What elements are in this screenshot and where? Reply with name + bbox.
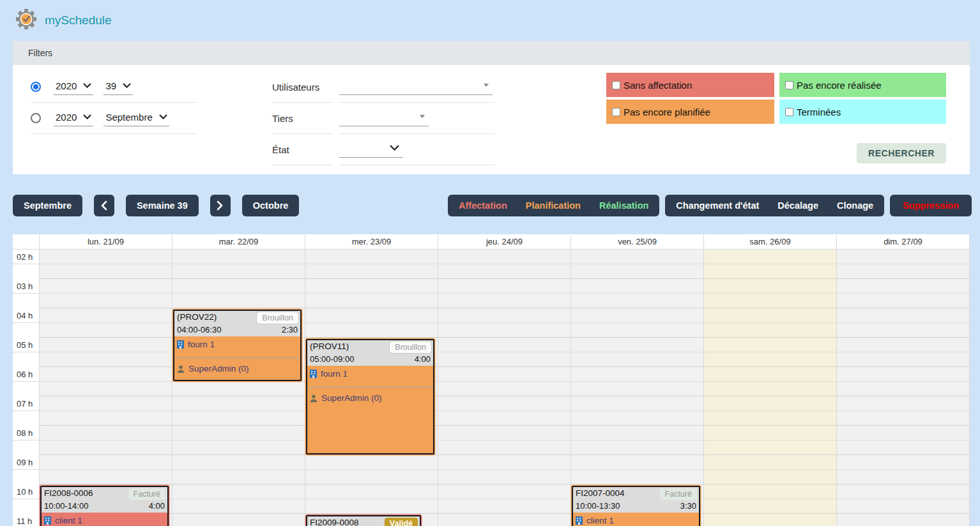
prev-week-button[interactable]	[94, 195, 114, 216]
event-duration: 4:00	[415, 354, 431, 364]
day-column-thu[interactable]	[438, 250, 571, 526]
action-group-operations: Changement d'état Décalage Clonage	[665, 195, 884, 216]
calendar-event[interactable]: (PROV11)Brouillon05:00-09:004:00fourn 1S…	[306, 339, 434, 455]
chevron-down-icon	[83, 114, 91, 119]
month-mode-radio[interactable]	[31, 113, 41, 123]
event-status-badge: Brouillon	[390, 342, 431, 353]
event-header: FI2008-0006Facturé	[42, 487, 167, 500]
day-column-tue[interactable]	[172, 250, 305, 526]
action-affectation[interactable]: Affectation	[459, 200, 507, 211]
event-tier: fourn 1	[177, 338, 298, 351]
search-row: RECHERCHER	[606, 143, 946, 163]
time-column: 02 h 03 h 04 h 05 h 06 h 07 h 08 h 09 h …	[13, 250, 40, 526]
hour-row: 06 h	[13, 367, 39, 396]
event-header: (PROV11)Brouillon	[307, 340, 433, 354]
state-select[interactable]	[339, 141, 403, 158]
state-filter-zone	[339, 134, 494, 165]
calendar-event[interactable]: FI2009-0008Validé	[306, 515, 421, 526]
next-week-button[interactable]	[210, 195, 231, 216]
dropdown-arrow-icon	[420, 115, 425, 118]
checkbox[interactable]	[785, 108, 793, 116]
state-filter-row: État	[272, 134, 494, 165]
prev-month-button[interactable]: Septembre	[13, 195, 82, 216]
building-icon	[44, 516, 51, 525]
week-select[interactable]: 39	[103, 79, 133, 95]
hour-row: 05 h	[13, 338, 39, 367]
event-status-badge: Brouillon	[257, 312, 298, 324]
status-filter-label: Sans affectation	[624, 80, 692, 91]
action-decalage[interactable]: Décalage	[777, 200, 818, 211]
action-changement-etat[interactable]: Changement d'état	[676, 200, 759, 211]
status-filter-terminees[interactable]: Terminées	[779, 100, 946, 124]
week-mode-radio[interactable]	[31, 82, 41, 92]
search-button[interactable]: RECHERCHER	[857, 143, 946, 163]
action-planification[interactable]: Planification	[526, 200, 581, 211]
checkbox[interactable]	[612, 81, 620, 89]
event-body: fourn 1SuperAdmin (0)	[174, 336, 300, 380]
users-select[interactable]	[339, 79, 493, 95]
day-header-mon: lun. 21/09	[40, 234, 172, 250]
year-select[interactable]: 2020	[54, 79, 93, 95]
event-time-row: 05:00-09:004:00	[307, 354, 433, 366]
calendar-event[interactable]: FI2008-0006Facturé10:00-14:004:00client …	[40, 486, 169, 526]
day-header-sun: dim. 27/09	[837, 234, 970, 250]
hour-row: 08 h	[13, 426, 39, 455]
day-header-fri: ven. 25/09	[571, 234, 704, 250]
event-duration: 3:30	[680, 501, 696, 511]
event-header: FI2007-0004Facturé	[573, 487, 699, 500]
event-user: SuperAdmin (0)	[177, 362, 298, 375]
chevron-down-icon	[390, 145, 399, 151]
app-title: mySchedule	[45, 13, 112, 27]
checkbox[interactable]	[612, 108, 620, 116]
building-icon	[310, 370, 317, 378]
status-filter-sans-affectation[interactable]: Sans affectation	[606, 73, 774, 97]
status-filter-pas-encore-realisee[interactable]: Pas encore réalisée	[779, 73, 946, 97]
checkbox[interactable]	[785, 81, 793, 89]
calendar-event[interactable]: FI2007-0004Facturé10:00-13:303:30client …	[572, 486, 700, 526]
person-icon	[310, 395, 318, 402]
users-filter-row: Utilisateurs	[272, 71, 494, 103]
hour-label: 03 h	[13, 279, 39, 294]
day-column-fri[interactable]	[571, 250, 704, 526]
tiers-filter-row: Tiers	[272, 103, 494, 134]
hour-label: 05 h	[13, 338, 39, 352]
event-time-row: 10:00-14:004:00	[42, 500, 167, 513]
day-column-sat[interactable]	[704, 250, 837, 526]
event-title: FI2009-0008	[310, 518, 359, 526]
day-header-thu: jeu. 24/09	[438, 234, 571, 250]
week-select-value: 39	[105, 80, 116, 91]
delete-button[interactable]: Suppression	[890, 195, 972, 216]
tiers-filter-label: Tiers	[272, 103, 333, 134]
hour-row: 04 h	[13, 308, 39, 338]
event-title: FI2007-0004	[576, 488, 625, 498]
year-select-2[interactable]: 2020	[54, 110, 93, 126]
hour-label: 06 h	[13, 367, 39, 382]
event-tier: client 1	[576, 514, 696, 526]
hour-label: 09 h	[13, 455, 39, 470]
action-clonage[interactable]: Clonage	[837, 200, 873, 211]
hour-label: 02 h	[13, 250, 39, 264]
event-separator	[307, 387, 433, 387]
users-filter-zone	[339, 71, 494, 103]
day-column-sun[interactable]	[837, 250, 970, 526]
action-realisation[interactable]: Réalisation	[599, 200, 648, 211]
filters-panel: Filters 2020 39 2020	[13, 41, 970, 174]
status-filter-label: Terminées	[797, 107, 841, 117]
month-select[interactable]: Septembre	[103, 110, 169, 126]
event-header: FI2009-0008Validé	[307, 516, 420, 526]
event-title: FI2008-0006	[44, 488, 93, 498]
event-status-badge: Facturé	[660, 488, 697, 500]
day-column-mon[interactable]	[40, 250, 172, 526]
event-title: (PROV11)	[310, 342, 349, 351]
calendar-event[interactable]: (PROV22)Brouillon04:00-06:302:30fourn 1S…	[173, 310, 302, 381]
year-select-2-value: 2020	[56, 112, 77, 123]
current-week-button[interactable]: Semaine 39	[126, 195, 199, 216]
status-filter-pas-encore-planifiee[interactable]: Pas encore planifiée	[606, 100, 774, 124]
tiers-select[interactable]	[339, 110, 429, 126]
week-mode-row: 2020 39	[31, 71, 197, 103]
person-icon	[177, 365, 185, 373]
event-status-badge: Facturé	[128, 488, 165, 500]
event-status-badge: Validé	[385, 518, 418, 526]
day-header-tue: mar. 22/09	[172, 234, 305, 250]
next-month-button[interactable]: Octobre	[242, 195, 300, 216]
